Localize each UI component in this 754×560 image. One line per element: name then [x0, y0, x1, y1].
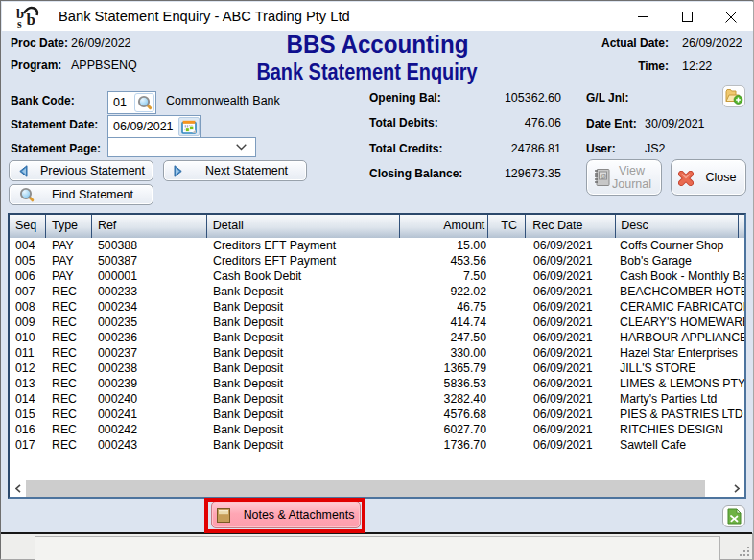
cell-type: PAY	[46, 253, 92, 268]
statement-table: Seq Type Ref Detail Amount TC Rec Date D…	[8, 213, 746, 499]
col-header-detail[interactable]: Detail	[207, 215, 401, 238]
app-logo-icon: b s b	[16, 5, 41, 30]
table-row[interactable]: 010 REC 000236 Bank Deposit 247.50 06/09…	[10, 330, 744, 345]
cell-desc: Sawtell Cafe	[617, 437, 744, 453]
col-header-recdate[interactable]: Rec Date	[526, 215, 616, 238]
view-journal-button[interactable]: @ View Journal	[586, 159, 662, 196]
cell-recdate: 06/09/2021	[527, 299, 617, 315]
next-statement-button[interactable]: Next Statement	[163, 160, 307, 181]
cell-detail: Creditors EFT Payment	[207, 253, 401, 268]
table-row[interactable]: 017 REC 000243 Bank Deposit 1736.70 06/0…	[10, 437, 744, 453]
cell-detail: Bank Deposit	[207, 361, 401, 376]
statement-date-value: 06/09/2021	[113, 120, 174, 133]
scrollbar-thumb[interactable]	[26, 480, 705, 497]
scroll-right-button[interactable]	[728, 480, 744, 497]
bank-code-lookup-button[interactable]	[134, 93, 154, 112]
maximize-icon	[682, 12, 693, 22]
actual-date-value: 26/09/2022	[682, 36, 742, 50]
horizontal-scrollbar[interactable]	[10, 480, 744, 497]
previous-statement-button[interactable]: Previous Statement	[9, 160, 153, 181]
statement-date-picker-button[interactable]	[178, 117, 200, 136]
cell-detail: Bank Deposit	[207, 422, 401, 437]
cell-seq: 007	[10, 284, 46, 299]
bank-code-field[interactable]: 01	[107, 91, 156, 114]
cell-detail: Bank Deposit	[207, 284, 401, 299]
cell-desc: JILL'S STORE	[617, 361, 744, 376]
cell-ref: 000237	[92, 345, 207, 361]
bank-code-value: 01	[113, 96, 127, 109]
statement-page-dropdown[interactable]	[107, 137, 256, 157]
cell-ref: 000242	[92, 422, 207, 437]
cell-tc	[489, 253, 527, 268]
cell-seq: 005	[10, 253, 46, 268]
excel-export-button[interactable]	[722, 505, 745, 527]
scroll-left-button[interactable]	[10, 480, 26, 497]
cell-amount: 7.50	[401, 268, 489, 284]
cell-recdate: 06/09/2021	[527, 238, 617, 253]
col-header-amount[interactable]: Amount	[400, 215, 488, 238]
find-statement-button[interactable]: Find Statement	[9, 184, 153, 205]
statement-date-field[interactable]: 06/09/2021	[107, 115, 201, 138]
cell-detail: Creditors EFT Payment	[207, 238, 401, 253]
cell-recdate: 06/09/2021	[527, 376, 617, 391]
table-row[interactable]: 004 PAY 500388 Creditors EFT Payment 15.…	[10, 238, 744, 253]
user-value: JS2	[645, 142, 666, 155]
cell-ref: 000235	[92, 315, 207, 330]
col-header-ref[interactable]: Ref	[92, 215, 207, 238]
minimize-button[interactable]	[621, 2, 665, 32]
close-window-button[interactable]	[709, 2, 753, 32]
cell-detail: Bank Deposit	[207, 376, 401, 391]
cell-tc	[489, 437, 527, 453]
cell-amount: 4576.68	[401, 407, 489, 422]
cell-amount: 414.74	[401, 315, 489, 330]
chevron-down-icon	[236, 144, 247, 151]
statement-date-label: Statement Date:	[11, 118, 98, 131]
col-header-seq[interactable]: Seq	[10, 215, 46, 238]
col-header-type[interactable]: Type	[46, 215, 92, 238]
cell-recdate: 06/09/2021	[527, 422, 617, 437]
table-row[interactable]: 005 PAY 500387 Creditors EFT Payment 453…	[10, 253, 744, 268]
close-button[interactable]: Close	[671, 159, 746, 196]
maximize-button[interactable]	[665, 2, 709, 32]
total-credits-label: Total Credits:	[369, 142, 442, 155]
table-row[interactable]: 016 REC 000242 Bank Deposit 6027.70 06/0…	[10, 422, 744, 437]
col-header-desc[interactable]: Desc	[616, 215, 739, 238]
right-triangle-icon	[174, 165, 182, 177]
cell-ref: 000238	[92, 361, 207, 376]
cell-seq: 017	[10, 437, 46, 453]
table-row[interactable]: 011 REC 000237 Bank Deposit 330.00 06/09…	[10, 345, 744, 361]
table-row[interactable]: 008 REC 000234 Bank Deposit 46.75 06/09/…	[10, 299, 744, 315]
cell-desc: RITCHIES DESIGN	[617, 422, 744, 437]
table-row[interactable]: 006 PAY 000001 Cash Book Debit 7.50 06/0…	[10, 268, 744, 284]
excel-export-icon	[727, 508, 742, 525]
left-triangle-icon	[19, 165, 28, 177]
table-row[interactable]: 007 REC 000233 Bank Deposit 922.02 06/09…	[10, 284, 744, 299]
status-panel	[35, 536, 720, 560]
gl-journal-button[interactable]	[722, 85, 745, 107]
cell-tc	[489, 330, 527, 345]
col-header-tc[interactable]: TC	[488, 215, 526, 238]
cell-ref: 500387	[92, 253, 207, 268]
cell-seq: 015	[10, 407, 46, 422]
table-row[interactable]: 015 REC 000241 Bank Deposit 4576.68 06/0…	[10, 407, 744, 422]
cell-seq: 016	[10, 422, 46, 437]
window-controls	[621, 2, 753, 32]
cell-recdate: 06/09/2021	[527, 284, 617, 299]
cell-desc: Hazel Star Enterprises	[617, 345, 744, 361]
resize-grip[interactable]	[739, 546, 751, 558]
table-row[interactable]: 009 REC 000235 Bank Deposit 414.74 06/09…	[10, 315, 744, 330]
statement-page-label: Statement Page:	[11, 142, 101, 155]
cell-type: REC	[46, 361, 92, 376]
annotation-highlight	[204, 498, 365, 533]
chevron-left-icon	[15, 484, 21, 493]
col-header-filler	[739, 215, 744, 238]
status-bar	[1, 534, 752, 559]
table-row[interactable]: 014 REC 000240 Bank Deposit 3282.40 06/0…	[10, 391, 744, 407]
magnifier-icon	[19, 187, 35, 202]
cell-ref: 000234	[92, 299, 207, 315]
cell-desc: HARBOUR APPLIANCES	[617, 330, 744, 345]
cell-desc: Coffs Courner Shop	[617, 238, 744, 253]
table-row[interactable]: 013 REC 000239 Bank Deposit 5836.53 06/0…	[10, 376, 744, 391]
app-window: b s b Bank Statement Enquiry - ABC Tradi…	[0, 0, 754, 560]
table-row[interactable]: 012 REC 000238 Bank Deposit 1365.79 06/0…	[10, 361, 744, 376]
